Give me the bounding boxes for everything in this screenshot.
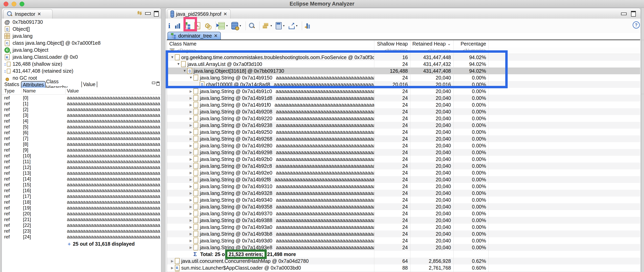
toolbar-heap-objects-button[interactable]: ▼ <box>231 22 242 30</box>
toolbar-search-button[interactable] <box>248 22 255 29</box>
expand-closed-icon[interactable]: ▶ <box>188 205 194 209</box>
toolbar-info-button[interactable]: i <box>167 22 172 30</box>
close-icon[interactable]: ✕ <box>214 34 218 38</box>
table-row[interactable]: ref[16]aaaaaaaaaaaaaaaaaaaaaaaaaaaaaaaaa… <box>2 188 161 193</box>
tab-class-hierarchy[interactable]: Class Hierarchy <box>46 81 80 88</box>
tree-row[interactable]: ▶java.lang.String @ 0x7a14b9310aaaaaaaaa… <box>167 183 640 190</box>
table-row[interactable]: ref[17]aaaaaaaaaaaaaaaaaaaaaaaaaaaaaaaaa… <box>2 193 161 199</box>
restore-view-icon[interactable] <box>152 82 155 84</box>
close-icon[interactable]: ✕ <box>37 12 41 16</box>
numeric-filter-input[interactable]: <Numeric> <box>374 47 410 54</box>
toolbar-expert-gears-button[interactable]: ⚙ <box>204 22 212 30</box>
tree-row[interactable]: ▶java.lang.String @ 0x7a14b91c0aaaaaaaaa… <box>167 88 640 95</box>
table-row[interactable]: ref[2]aaaaaaaaaaaaaaaaaaaaaaaaaaaaaaaaaa… <box>2 106 161 112</box>
help-icon[interactable]: ? <box>632 21 640 28</box>
inspector-item[interactable]: java.lang.ClassLoader @ 0x0 <box>2 54 161 60</box>
expand-closed-icon[interactable]: ▶ <box>170 259 175 263</box>
table-row[interactable]: ref[3]aaaaaaaaaaaaaaaaaaaaaaaaaaaaaaaaaa… <box>2 112 161 118</box>
table-row[interactable]: ref[4]aaaaaaaaaaaaaaaaaaaaaaaaaaaaaaaaaa… <box>2 118 161 124</box>
tree-row[interactable]: ▶java.lang.String @ 0x7a14b9358aaaaaaaaa… <box>167 203 640 210</box>
expand-closed-icon[interactable]: ▶ <box>188 246 194 250</box>
maximize-view-icon[interactable] <box>631 11 636 16</box>
tree-row[interactable]: ▶java.lang.String @ 0x7a14b93d0aaaaaaaaa… <box>167 237 640 244</box>
tree-row[interactable]: ▼org.geekbang.time.commonmistakes.troubl… <box>167 54 640 61</box>
column-class-name[interactable]: Class Name <box>167 40 374 47</box>
link-with-editor-icon[interactable]: ⇆ <box>137 10 142 16</box>
table-row[interactable]: ref[20]aaaaaaaaaaaaaaaaaaaaaaaaaaaaaaaaa… <box>2 211 161 216</box>
tree-row[interactable]: ▶java.lang.String @ 0x7a14b92b0aaaaaaaaa… <box>167 156 640 162</box>
column-shallow-heap[interactable]: Shallow Heap <box>374 40 410 47</box>
tree-row[interactable]: ▶java.lang.String @ 0x7a14b9280aaaaaaaaa… <box>167 142 640 149</box>
expand-open-icon[interactable]: ▼ <box>182 69 187 73</box>
tree-row[interactable]: ▶java.lang.String @ 0x7a14b93b8aaaaaaaaa… <box>167 230 640 237</box>
numeric-filter-input[interactable]: <Numeric> <box>454 47 489 54</box>
tab-attributes[interactable]: Attributes <box>21 81 46 88</box>
expand-closed-icon[interactable]: ▶ <box>188 218 194 222</box>
tree-row[interactable]: ▶java.lang.String @ 0x7a14b93a0aaaaaaaaa… <box>167 224 640 230</box>
toolbar-grouping-button[interactable]: ▼ <box>262 22 272 29</box>
table-row[interactable]: ref[12]aaaaaaaaaaaaaaaaaaaaaaaaaaaaaaaaa… <box>2 164 161 170</box>
inspector-item[interactable]: ↕126,488 (shallow size) <box>2 60 161 68</box>
table-row[interactable]: ref[9]aaaaaaaaaaaaaaaaaaaaaaaaaaaaaaaaaa… <box>2 147 161 153</box>
column-name[interactable]: Name <box>23 88 36 94</box>
table-row[interactable]: ref[6]aaaaaaaaaaaaaaaaaaaaaaaaaaaaaaaaaa… <box>2 130 161 136</box>
expand-closed-icon[interactable]: ▶ <box>188 150 194 154</box>
maximize-view-icon[interactable] <box>156 82 160 86</box>
expand-closed-icon[interactable]: ▶ <box>188 103 194 107</box>
table-row[interactable]: ref[18]aaaaaaaaaaaaaaaaaaaaaaaaaaaaaaaaa… <box>2 199 161 205</box>
tree-row[interactable]: []char[10000] @ 0x7a14c8ad8aaaaaaaaaaaaa… <box>167 81 640 88</box>
expand-closed-icon[interactable]: ▶ <box>188 212 194 216</box>
table-row[interactable]: ref[15]aaaaaaaaaaaaaaaaaaaaaaaaaaaaaaaaa… <box>2 182 161 188</box>
toolbar-export-button[interactable]: ↗▼ <box>288 22 298 29</box>
tree-row[interactable]: ▶java.lang.String @ 0x7a14b92c8aaaaaaaaa… <box>167 162 640 169</box>
tree-row[interactable]: ▶ <box>167 271 640 272</box>
tree-row[interactable]: ▶java.lang.String @ 0x7a14b9328aaaaaaaaa… <box>167 190 640 196</box>
close-icon[interactable]: ✕ <box>224 12 227 16</box>
heap-dump-editor-tab[interactable]: java_pid29569.hprof ✕ <box>167 9 230 18</box>
inspector-item[interactable]: no GC root <box>2 74 161 82</box>
expand-closed-icon[interactable]: ▶ <box>170 266 175 270</box>
expand-closed-icon[interactable]: ▶ <box>188 123 194 128</box>
tree-row[interactable]: ▶java.lang.String @ 0x7a14b9370aaaaaaaaa… <box>167 210 640 217</box>
tree-row[interactable]: ▶java.lang.String @ 0x7a14b9208aaaaaaaaa… <box>167 108 640 115</box>
expand-closed-icon[interactable]: ▶ <box>188 89 194 94</box>
tree-row[interactable]: ▶java.lang.String @ 0x7a14b9250aaaaaaaaa… <box>167 128 640 136</box>
table-row[interactable]: ref[22]aaaaaaaaaaaaaaaaaaaaaaaaaaaaaaaaa… <box>2 222 161 228</box>
expand-closed-icon[interactable]: ▶ <box>188 232 194 236</box>
tab-statics[interactable]: Statics <box>4 81 20 88</box>
inspector-item[interactable]: java.lang <box>2 32 161 40</box>
table-row[interactable]: ref[11]aaaaaaaaaaaaaaaaaaaaaaaaaaaaaaaaa… <box>2 158 161 164</box>
inspector-item[interactable]: Cclass java.lang.Object[] @ 0x7a000f1e8 <box>2 40 161 46</box>
expand-closed-icon[interactable]: ▶ <box>188 110 194 114</box>
maximize-view-icon[interactable] <box>154 11 159 16</box>
dominator-tree-tab[interactable]: dominator_tree ✕ <box>168 32 221 40</box>
minimize-view-icon[interactable] <box>621 12 627 15</box>
tree-row[interactable]: ▶java.lang.String @ 0x7a14b9298aaaaaaaaa… <box>167 149 640 156</box>
inspector-item[interactable]: ↕431,447,408 (retained size) <box>2 68 161 74</box>
table-row[interactable]: ref[13]aaaaaaaaaaaaaaaaaaaaaaaaaaaaaaaaa… <box>2 170 161 176</box>
expand-closed-icon[interactable]: ▶ <box>188 184 194 188</box>
dropdown-arrow-icon[interactable]: ▼ <box>296 24 298 27</box>
dropdown-arrow-icon[interactable]: ▼ <box>270 24 272 27</box>
expand-closed-icon[interactable]: ▶ <box>188 239 194 243</box>
expand-closed-icon[interactable]: ▶ <box>188 171 194 175</box>
regex-filter-input[interactable]: <Regex> <box>167 47 374 54</box>
expand-closed-icon[interactable]: ▶ <box>188 178 194 182</box>
tree-row[interactable]: ▶sun.misc.Launcher$AppClassLoader @ 0x7a… <box>167 264 640 271</box>
inspector-tab[interactable]: Inspector ✕ <box>4 9 52 18</box>
inspector-item[interactable]: CSjava.lang.Object <box>2 46 161 54</box>
table-row[interactable]: ref[0]aaaaaaaaaaaaaaaaaaaaaaaaaaaaaaaaaa… <box>2 95 161 101</box>
column-value[interactable]: Value <box>67 88 79 94</box>
toolbar-dominator-tree-button[interactable] <box>184 22 191 30</box>
tree-row[interactable]: ▼[]java.lang.Object[31618] @ 0x7bb091730… <box>167 68 640 74</box>
expand-closed-icon[interactable]: ▶ <box>188 116 194 120</box>
tree-row[interactable]: ▶java.lang.String @ 0x7a14b91f0aaaaaaaaa… <box>167 102 640 108</box>
tree-row[interactable]: ▶java.lang.String @ 0x7a14b9268aaaaaaaaa… <box>167 136 640 142</box>
expand-open-icon[interactable]: ▼ <box>188 76 194 80</box>
inspector-item[interactable]: @0x7bb091730 <box>2 18 161 26</box>
column-retained-heap[interactable]: Retained Heap ⌄ <box>410 40 454 47</box>
minimize-view-icon[interactable] <box>145 12 151 15</box>
table-row[interactable]: ref[19]aaaaaaaaaaaaaaaaaaaaaaaaaaaaaaaaa… <box>2 205 161 211</box>
tree-row[interactable]: ▶java.lang.String @ 0x7a14b9238aaaaaaaaa… <box>167 122 640 128</box>
table-row[interactable]: ref[7]aaaaaaaaaaaaaaaaaaaaaaaaaaaaaaaaaa… <box>2 136 161 141</box>
